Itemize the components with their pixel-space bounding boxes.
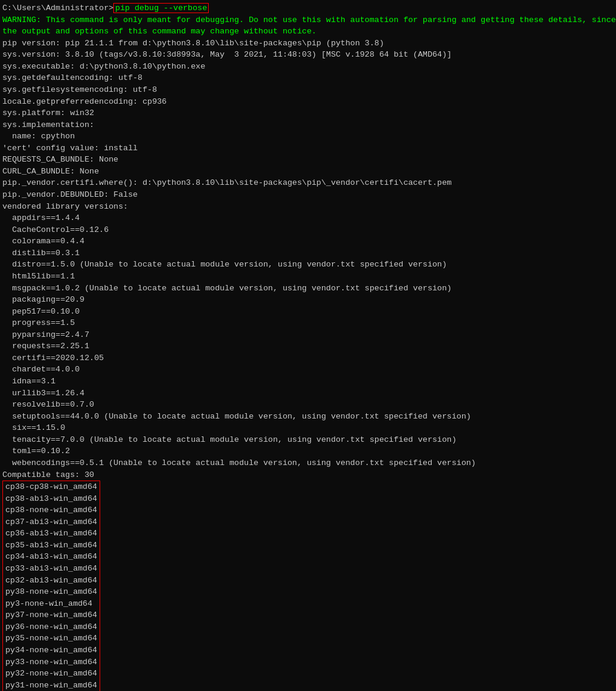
tag-line-6: cp34-abi3-win_amd64 [5, 551, 97, 563]
output-line-28: chardet==4.0.0 [2, 364, 614, 376]
output-line-19: distro==1.5.0 (Unable to locate actual m… [2, 259, 614, 271]
output-line-35: toml==0.10.2 [2, 445, 614, 457]
output-line-30: urllib3==1.26.4 [2, 388, 614, 399]
command-text: pip debug --verbose [113, 3, 209, 13]
output-line-24: progress==1.5 [2, 317, 614, 329]
tag-line-16: py32-none-win_amd64 [5, 668, 97, 680]
tag-line-11: py37-none-win_amd64 [5, 609, 97, 621]
terminal-window: C:\Users\Administrator>pip debug --verbo… [0, 0, 616, 691]
output-line-9: 'cert' config value: install [2, 142, 614, 154]
output-line-23: pep517==0.10.0 [2, 306, 614, 318]
warning-line-2: the output and options of this command m… [2, 26, 614, 38]
output-lines: pip version: pip 21.1.1 from d:\python3.… [2, 38, 614, 481]
output-line-36: webencodings==0.5.1 (Unable to locate ac… [2, 457, 614, 469]
output-line-21: msgpack==1.0.2 (Unable to locate actual … [2, 283, 614, 295]
output-line-11: CURL_CA_BUNDLE: None [2, 166, 614, 178]
output-line-4: sys.getfilesystemencoding: utf-8 [2, 84, 614, 96]
tag-line-14: py34-none-win_amd64 [5, 644, 97, 656]
tag-line-8: cp32-abi3-win_amd64 [5, 575, 97, 587]
output-line-12: pip._vendor.certifi.where(): d:\python3.… [2, 177, 614, 189]
output-line-27: certifi==2020.12.05 [2, 352, 614, 364]
tag-line-7: cp33-abi3-win_amd64 [5, 563, 97, 575]
output-line-29: idna==3.1 [2, 376, 614, 388]
output-line-22: packaging==20.9 [2, 294, 614, 306]
tag-line-15: py33-none-win_amd64 [5, 656, 97, 668]
warning-line-1: WARNING: This command is only meant for … [2, 14, 614, 26]
output-line-34: tenacity==7.0.0 (Unable to locate actual… [2, 434, 614, 446]
output-line-7: sys.implementation: [2, 119, 614, 131]
output-line-17: colorama==0.4.4 [2, 236, 614, 247]
output-line-13: pip._vendor.DEBUNDLED: False [2, 189, 614, 201]
tag-line-12: py36-none-win_amd64 [5, 621, 97, 633]
output-line-26: requests==2.25.1 [2, 340, 614, 352]
output-line-18: distlib==0.3.1 [2, 247, 614, 259]
output-line-33: six==1.15.0 [2, 422, 614, 434]
output-line-14: vendored library versions: [2, 201, 614, 213]
output-line-32: setuptools==44.0.0 (Unable to locate act… [2, 411, 614, 423]
tag-line-13: py35-none-win_amd64 [5, 633, 97, 644]
output-line-31: resolvelib==0.7.0 [2, 399, 614, 411]
output-line-1: sys.version: 3.8.10 (tags/v3.8.10:3d8993… [2, 49, 614, 61]
output-line-3: sys.getdefaultencoding: utf-8 [2, 72, 614, 84]
output-line-0: pip version: pip 21.1.1 from d:\python3.… [2, 38, 614, 49]
output-line-5: locale.getpreferredencoding: cp936 [2, 96, 614, 108]
prompt-path: C:\Users\Administrator> [2, 4, 113, 13]
output-line-16: CacheControl==0.12.6 [2, 224, 614, 236]
tag-line-4: cp36-abi3-win_amd64 [5, 528, 97, 540]
output-line-15: appdirs==1.4.4 [2, 212, 614, 224]
tag-line-0: cp38-cp38-win_amd64 [5, 481, 97, 493]
tag-line-17: py31-none-win_amd64 [5, 680, 97, 691]
prompt-line: C:\Users\Administrator>pip debug --verbo… [2, 2, 614, 14]
tag-line-9: py38-none-win_amd64 [5, 586, 97, 598]
output-line-2: sys.executable: d:\python3.8.10\python.e… [2, 61, 614, 73]
output-line-25: pyparsing==2.4.7 [2, 329, 614, 341]
output-line-10: REQUESTS_CA_BUNDLE: None [2, 154, 614, 166]
tag-line-10: py3-none-win_amd64 [5, 598, 97, 610]
output-line-8: name: cpython [2, 131, 614, 142]
tag-line-2: cp38-none-win_amd64 [5, 504, 97, 516]
tag-line-5: cp35-abi3-win_amd64 [5, 540, 97, 551]
output-line-20: html5lib==1.1 [2, 271, 614, 283]
output-line-37: Compatible tags: 30 [2, 469, 614, 481]
tag-line-3: cp37-abi3-win_amd64 [5, 516, 97, 528]
compatible-tags-box: cp38-cp38-win_amd64cp38-abi3-win_amd64cp… [2, 481, 100, 691]
output-line-6: sys.platform: win32 [2, 107, 614, 119]
tag-line-1: cp38-abi3-win_amd64 [5, 493, 97, 505]
